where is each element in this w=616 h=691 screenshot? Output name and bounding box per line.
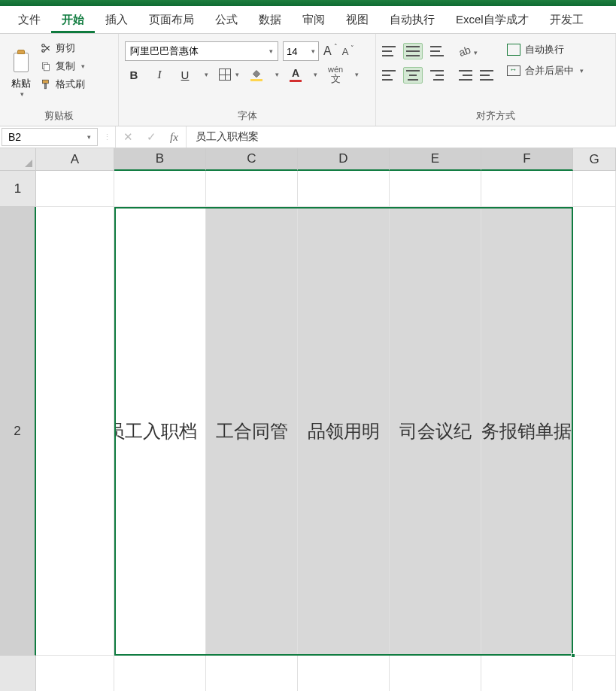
cell-A3[interactable]	[36, 656, 114, 691]
cell-B3[interactable]	[114, 656, 206, 691]
copy-dropdown-icon[interactable]: ▾	[81, 62, 85, 70]
ribbon-tabs: 文件 开始 插入 页面布局 公式 数据 审阅 视图 自动执行 Excel自学成才…	[0, 6, 616, 34]
orientation-button[interactable]: ab	[457, 44, 472, 59]
group-alignment: ab ▾ 自动换行 合并后居中 ▾	[376, 34, 616, 126]
increase-indent-button[interactable]	[480, 70, 493, 81]
cell-B1[interactable]	[114, 171, 206, 207]
cell-C3[interactable]	[206, 656, 298, 691]
row-header-1[interactable]: 1	[0, 171, 36, 207]
tab-home[interactable]: 开始	[51, 7, 95, 33]
tab-view[interactable]: 视图	[335, 7, 379, 33]
row-header-2[interactable]: 2	[0, 207, 36, 656]
cell-A1[interactable]	[36, 171, 114, 207]
font-color-button[interactable]: A	[290, 67, 302, 82]
format-painter-button[interactable]: 格式刷	[41, 78, 85, 91]
font-color-dropdown-icon[interactable]: ▾	[314, 71, 317, 78]
cell-C1[interactable]	[206, 171, 298, 207]
align-right-button[interactable]	[430, 70, 444, 81]
orientation-dropdown-icon[interactable]: ▾	[472, 49, 478, 56]
phonetic-button[interactable]: wén 文	[328, 65, 343, 84]
align-left-button[interactable]	[382, 70, 396, 81]
accept-formula-button[interactable]: ✓	[147, 130, 156, 144]
cell-F2[interactable]: 务报销单据	[481, 207, 573, 656]
borders-button[interactable]	[219, 68, 231, 81]
name-box-value: B2	[8, 131, 21, 143]
col-header-E[interactable]: E	[390, 148, 481, 171]
column-headers: A B C D E F G	[36, 148, 616, 171]
font-name-select[interactable]: 阿里巴巴普惠体 ▾	[125, 41, 278, 61]
merge-center-button[interactable]: 合并后居中 ▾	[507, 64, 584, 78]
row-header-3[interactable]	[0, 656, 36, 691]
tab-insert[interactable]: 插入	[95, 7, 138, 33]
format-painter-label: 格式刷	[56, 78, 85, 91]
select-all-corner[interactable]	[0, 148, 36, 171]
decrease-font-button[interactable]: A˅	[342, 46, 349, 57]
svg-rect-3	[44, 65, 50, 71]
borders-dropdown-icon[interactable]: ▾	[235, 71, 239, 78]
cell-G2[interactable]	[573, 207, 616, 656]
merge-dropdown-icon[interactable]: ▾	[580, 67, 584, 75]
col-header-B[interactable]: B	[114, 148, 206, 171]
cell-E3[interactable]	[390, 656, 481, 691]
underline-button[interactable]: U	[178, 68, 193, 81]
tab-custom[interactable]: Excel自学成才	[445, 7, 539, 33]
align-top-button[interactable]	[382, 46, 396, 56]
name-box[interactable]: B2 ▾	[2, 128, 98, 146]
cut-button[interactable]: 剪切	[41, 41, 85, 55]
cell-F3[interactable]	[481, 656, 573, 691]
tab-data[interactable]: 数据	[248, 7, 292, 33]
cell-F2-text: 务报销单据	[481, 419, 572, 443]
cell-A2[interactable]	[36, 207, 114, 656]
bold-button[interactable]: B	[126, 68, 141, 81]
align-center-button[interactable]	[403, 67, 423, 84]
cell-D2[interactable]: 品领用明	[298, 207, 390, 656]
cell-E1[interactable]	[390, 171, 481, 207]
phonetic-dropdown-icon[interactable]: ▾	[355, 71, 359, 78]
col-header-D[interactable]: D	[298, 148, 390, 171]
increase-font-button[interactable]: A˄	[323, 44, 332, 58]
copy-button[interactable]: 复制 ▾	[41, 59, 85, 73]
formula-input[interactable]: 员工入职档案	[187, 126, 616, 148]
tab-page-layout[interactable]: 页面布局	[138, 7, 205, 33]
col-header-G[interactable]: G	[573, 148, 616, 171]
tab-dev[interactable]: 开发工	[539, 7, 594, 33]
tab-file[interactable]: 文件	[8, 7, 51, 33]
fill-handle[interactable]	[571, 653, 575, 658]
col-header-F[interactable]: F	[481, 148, 573, 171]
spreadsheet-grid[interactable]: A B C D E F G 1 2 员工入职档 工合同管 品领用明 司会议纪 务…	[0, 148, 616, 691]
cell-C2[interactable]: 工合同管	[206, 207, 298, 656]
font-size-select[interactable]: 14 ▾	[283, 41, 319, 61]
col-header-C[interactable]: C	[206, 148, 298, 171]
paste-dropdown-icon[interactable]: ▾	[20, 90, 24, 98]
cancel-formula-button[interactable]: ✕	[123, 130, 133, 144]
insert-function-button[interactable]: fx	[170, 131, 178, 144]
cell-F1[interactable]	[481, 171, 573, 207]
underline-dropdown-icon[interactable]: ▾	[205, 71, 208, 78]
col-header-A[interactable]: A	[36, 148, 114, 171]
format-painter-icon	[41, 79, 51, 90]
italic-button[interactable]: I	[152, 68, 167, 81]
cell-G1[interactable]	[573, 171, 616, 207]
merge-icon	[507, 65, 520, 76]
fill-color-button[interactable]	[250, 68, 263, 81]
group-font: 阿里巴巴普惠体 ▾ 14 ▾ A˄ A˅ B I U ▾	[119, 34, 376, 126]
tab-review[interactable]: 审阅	[292, 7, 335, 33]
cell-D3[interactable]	[298, 656, 390, 691]
font-name-value: 阿里巴巴普惠体	[130, 44, 199, 58]
align-bottom-button[interactable]	[430, 46, 444, 56]
align-middle-button[interactable]	[403, 43, 423, 59]
tab-formulas[interactable]: 公式	[205, 7, 248, 33]
decrease-indent-button[interactable]	[459, 70, 472, 81]
paste-button[interactable]: 粘贴 ▾	[6, 37, 36, 108]
cell-D1[interactable]	[298, 171, 390, 207]
cell-D2-text: 品领用明	[308, 419, 380, 443]
tab-auto[interactable]: 自动执行	[379, 7, 445, 33]
wrap-text-button[interactable]: 自动换行	[507, 43, 584, 56]
cell-G3[interactable]	[573, 656, 616, 691]
cell-B2[interactable]: 员工入职档	[114, 207, 206, 656]
name-box-dropdown-icon[interactable]: ▾	[87, 133, 91, 141]
svg-rect-4	[42, 80, 48, 84]
font-size-value: 14	[287, 46, 297, 57]
fill-dropdown-icon[interactable]: ▾	[275, 71, 279, 78]
cell-E2[interactable]: 司会议纪	[390, 207, 481, 656]
